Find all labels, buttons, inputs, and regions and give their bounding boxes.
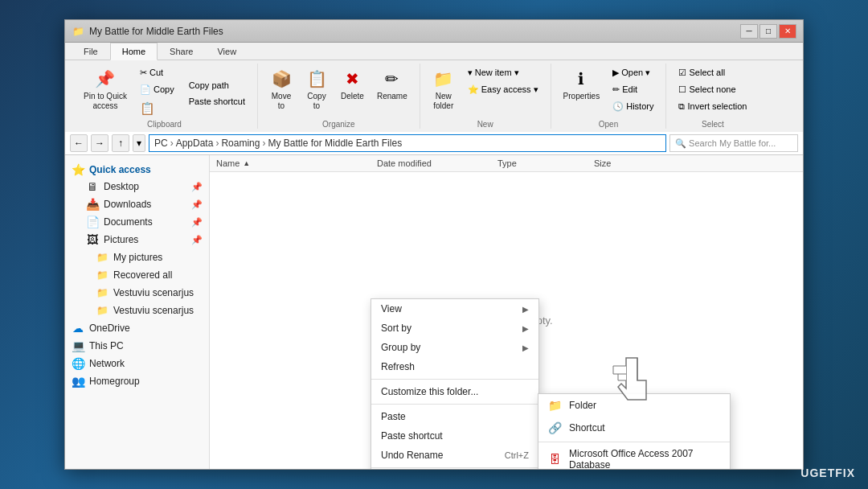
select-all-button[interactable]: ☑ Select all: [673, 65, 752, 80]
cm-paste[interactable]: Paste: [371, 407, 538, 426]
downloads-icon: 📥: [86, 198, 99, 211]
minimize-button[interactable]: ─: [740, 24, 758, 39]
col-size-header[interactable]: Size: [594, 158, 658, 168]
col-name-header[interactable]: Name ▲: [216, 158, 377, 168]
sidebar-item-my-pictures[interactable]: 📁 My pictures: [65, 249, 209, 266]
file-explorer-window: 📁 My Battle for Middle Earth Files ─ □ ✕…: [64, 19, 804, 470]
sm-folder[interactable]: 📁 Folder: [538, 394, 730, 417]
sidebar-item-documents[interactable]: 📄 Documents 📌: [65, 213, 209, 231]
copy-button[interactable]: 📄 Copy: [134, 82, 180, 97]
address-bar: ← → ↑ ▾ PC › AppData › Roaming › My Batt…: [65, 132, 803, 155]
vestuviu1-label: Vestuviu scenarjus: [113, 287, 194, 298]
tab-file[interactable]: File: [72, 43, 110, 60]
access-icon: 🗄: [547, 451, 563, 467]
pin-desktop-icon: 📌: [191, 182, 203, 192]
new-item-button[interactable]: ▾ New item ▾: [462, 65, 544, 80]
recent-locations-button[interactable]: ▾: [133, 134, 145, 152]
cm-customize[interactable]: Customize this folder...: [371, 382, 538, 401]
cm-refresh[interactable]: Refresh: [371, 357, 538, 376]
sidebar-item-recovered[interactable]: 📁 Recovered all: [65, 266, 209, 284]
star-icon: ⭐: [72, 163, 84, 176]
pin-documents-icon: 📌: [191, 217, 203, 228]
cm-paste-shortcut[interactable]: Paste shortcut: [371, 426, 538, 446]
sidebar-item-desktop[interactable]: 🖥 Desktop 📌: [65, 178, 209, 195]
invert-selection-button[interactable]: ⧉ Invert selection: [673, 99, 752, 114]
sidebar-item-this-pc[interactable]: 💻 This PC: [65, 337, 209, 355]
sidebar-item-network[interactable]: 🌐 Network: [65, 355, 209, 372]
pin-to-quick-access-button[interactable]: 📌 Pin to Quickaccess: [78, 64, 133, 115]
new-buttons: 📁 Newfolder ▾ New item ▾ ⭐ Easy access ▾: [427, 64, 544, 118]
cut-button[interactable]: ✂ Cut: [134, 65, 180, 80]
downloads-label: Downloads: [104, 199, 151, 210]
col-type-header[interactable]: Type: [497, 158, 594, 168]
move-to-button[interactable]: 📦 Moveto: [264, 64, 298, 115]
watermark: UGETFIX: [800, 466, 855, 479]
new-folder-icon: 📁: [432, 68, 455, 90]
paste-button[interactable]: 📋: [134, 99, 180, 118]
easy-access-button[interactable]: ⭐ Easy access ▾: [462, 82, 544, 97]
sm-shortcut[interactable]: 🔗 Shortcut: [538, 417, 730, 439]
up-button[interactable]: ↑: [112, 134, 129, 152]
sidebar-item-onedrive[interactable]: ☁ OneDrive: [65, 319, 209, 337]
forward-button[interactable]: →: [91, 134, 108, 152]
desktop-icon: 🖥: [86, 180, 99, 193]
sm-access-db[interactable]: 🗄 Microsoft Office Access 2007 Database: [538, 445, 730, 469]
group-arrow: ▶: [522, 343, 529, 352]
select-none-button[interactable]: ☐ Select none: [673, 82, 752, 97]
col-date-header[interactable]: Date modified: [377, 158, 497, 168]
content-area: Name ▲ Date modified Type Size This fold…: [210, 155, 803, 469]
window-icon: 📁: [72, 25, 84, 38]
new-folder-button[interactable]: 📁 Newfolder: [427, 64, 461, 115]
path-folder: My Battle for Middle Earth Files: [268, 138, 402, 149]
delete-button[interactable]: ✖ Delete: [335, 64, 370, 105]
clipboard-group: 📌 Pin to Quickaccess ✂ Cut 📄 Copy 📋 Copy…: [72, 64, 258, 129]
cm-group-by[interactable]: Group by▶: [371, 338, 538, 357]
paste-shortcut-button[interactable]: Paste shortcut: [183, 94, 251, 109]
rename-button[interactable]: ✏ Rename: [371, 64, 413, 105]
sidebar-item-vestuviu2[interactable]: 📁 Vestuviu scenarjus: [65, 302, 209, 319]
properties-label: Properties: [563, 92, 600, 101]
history-button[interactable]: 🕓 History: [607, 99, 659, 114]
main-layout: ⭐ Quick access 🖥 Desktop 📌 📥 Downloads 📌…: [65, 155, 803, 469]
pin-downloads-icon: 📌: [191, 199, 203, 210]
back-button[interactable]: ←: [70, 134, 88, 152]
sidebar-item-vestuviu1[interactable]: 📁 Vestuviu scenarjus: [65, 284, 209, 302]
properties-icon: ℹ: [570, 68, 592, 90]
open-button[interactable]: ▶ Open ▾: [607, 65, 659, 80]
properties-button[interactable]: ℹ Properties: [558, 64, 606, 105]
copy-path-button[interactable]: Copy path: [183, 78, 251, 92]
copy-to-button[interactable]: 📋 Copyto: [300, 64, 334, 115]
sidebar-item-downloads[interactable]: 📥 Downloads 📌: [65, 195, 209, 213]
tab-share[interactable]: Share: [158, 43, 205, 60]
path-appdata: AppData: [176, 138, 214, 149]
vestuviu2-label: Vestuviu scenarjus: [113, 305, 194, 316]
address-path[interactable]: PC › AppData › Roaming › My Battle for M…: [149, 134, 666, 152]
sidebar-item-quick-access[interactable]: ⭐ Quick access: [65, 158, 209, 178]
cm-view[interactable]: View▶: [371, 299, 538, 318]
move-icon: 📦: [270, 68, 293, 90]
organize-label: Organize: [264, 118, 413, 129]
select-buttons: ☑ Select all ☐ Select none ⧉ Invert sele…: [673, 64, 752, 118]
maximize-button[interactable]: □: [760, 24, 777, 39]
sidebar-item-homegroup[interactable]: 👥 Homegroup: [65, 372, 209, 390]
pictures-icon: 🖼: [86, 233, 99, 246]
edit-button[interactable]: ✏ Edit: [607, 82, 659, 97]
view-arrow: ▶: [522, 305, 529, 314]
close-button[interactable]: ✕: [779, 24, 796, 39]
tab-home[interactable]: Home: [110, 43, 158, 60]
path-roaming: Roaming: [221, 138, 260, 149]
my-pictures-icon: 📁: [96, 251, 108, 264]
rename-icon: ✏: [381, 68, 403, 90]
cm-sort-by[interactable]: Sort by▶: [371, 318, 538, 338]
sidebar-item-pictures[interactable]: 🖼 Pictures 📌: [65, 231, 209, 249]
sm-separator-1: [538, 442, 730, 442]
onedrive-label: OneDrive: [89, 323, 130, 334]
title-bar: 📁 My Battle for Middle Earth Files ─ □ ✕: [65, 20, 803, 43]
undo-shortcut: Ctrl+Z: [505, 450, 529, 460]
sort-arrow: ▶: [522, 324, 529, 333]
cm-separator-1: [371, 379, 538, 380]
tab-view[interactable]: View: [205, 43, 248, 60]
cm-undo-rename[interactable]: Undo RenameCtrl+Z: [371, 446, 538, 465]
search-box[interactable]: 🔍 Search My Battle for...: [669, 134, 798, 152]
my-pictures-label: My pictures: [113, 252, 162, 263]
